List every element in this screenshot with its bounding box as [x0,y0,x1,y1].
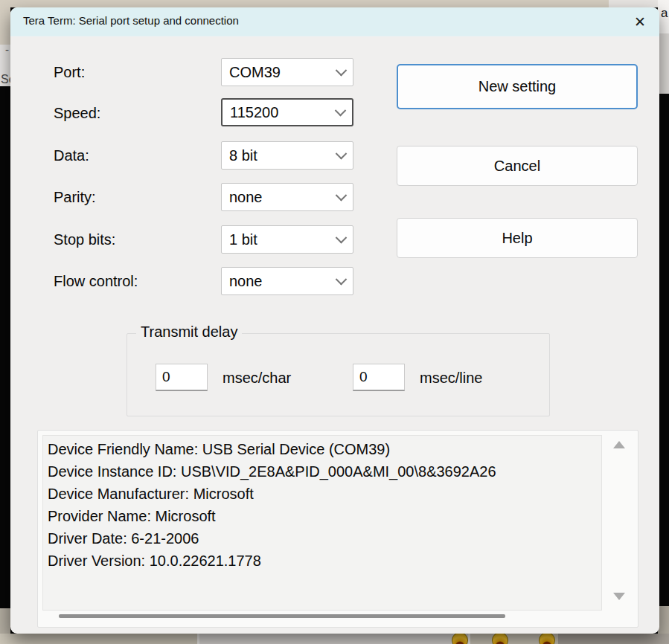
background-photo-thumbnail [197,634,470,644]
data-bits-select[interactable]: 8 bit [221,141,353,170]
parity-value: none [229,189,263,206]
port-label: Port: [54,64,85,81]
speed-select[interactable]: 115200 [221,98,353,126]
serial-port-setup-dialog: Tera Term: Serial port setup and connect… [10,7,659,634]
scroll-down-icon[interactable] [613,593,625,600]
background-window-left-dash: - [5,43,9,56]
cancel-button[interactable]: Cancel [397,146,638,186]
title-bar[interactable]: Tera Term: Serial port setup and connect… [10,7,659,36]
emoji-icon [452,632,468,644]
parity-label: Parity: [54,189,96,206]
speed-value: 115200 [230,104,278,121]
port-select[interactable]: COM39 [221,58,353,86]
close-icon: ✕ [634,13,646,30]
close-button[interactable]: ✕ [627,10,653,33]
device-instance-id-line: Device Instance ID: USB\VID_2E8A&PID_000… [43,460,601,483]
desktop-top-strip [0,0,669,7]
chevron-down-icon [336,273,348,285]
parity-select[interactable]: none [221,183,353,211]
msec-per-line-input[interactable] [353,364,405,391]
transmit-delay-group: Transmit delay msec/char msec/line [127,333,550,416]
flow-control-select[interactable]: none [221,267,353,295]
device-info-panel: Device Friendly Name: USB Serial Device … [37,430,638,628]
emoji-icon [492,632,508,644]
background-window-right-text: a [661,6,668,21]
device-manufacturer-line: Device Manufacturer: Microsoft [43,483,601,505]
horizontal-scrollbar-thumb[interactable] [59,614,505,618]
emoji-icon [539,632,555,644]
background-window-right: a [658,0,669,94]
scroll-up-icon[interactable] [613,441,625,448]
stop-bits-label: Stop bits: [54,231,115,248]
chevron-down-icon [336,189,348,201]
chevron-down-icon [336,147,348,159]
driver-date-line: Driver Date: 6-21-2006 [43,527,601,550]
msec-per-char-input[interactable] [156,364,208,391]
background-window-left: - Se [0,45,10,86]
device-friendly-name-line: Device Friendly Name: USB Serial Device … [43,438,601,460]
device-info-text: Device Friendly Name: USB Serial Device … [42,435,602,611]
dialog-title: Tera Term: Serial port setup and connect… [23,14,239,27]
speed-label: Speed: [54,105,100,122]
port-value: COM39 [229,64,281,81]
transmit-delay-legend: Transmit delay [136,323,242,341]
data-label: Data: [54,147,89,164]
stop-bits-value: 1 bit [229,231,257,248]
help-button[interactable]: Help [397,218,638,258]
chevron-down-icon [336,231,348,243]
desktop-left-strip [0,0,10,45]
data-bits-value: 8 bit [229,147,257,164]
new-setting-button[interactable]: New setting [397,64,638,109]
vertical-scrollbar[interactable] [609,437,629,602]
flow-control-label: Flow control: [54,273,138,290]
chevron-down-icon [336,64,348,76]
chevron-down-icon [335,104,347,116]
driver-version-line: Driver Version: 10.0.22621.1778 [43,550,601,572]
flow-control-value: none [229,273,263,290]
background-gray-panel [558,634,669,644]
msec-per-char-label: msec/char [223,370,291,387]
stop-bits-select[interactable]: 1 bit [221,225,353,254]
msec-per-line-label: msec/line [420,370,482,387]
provider-name-line: Provider Name: Microsoft [43,505,601,527]
